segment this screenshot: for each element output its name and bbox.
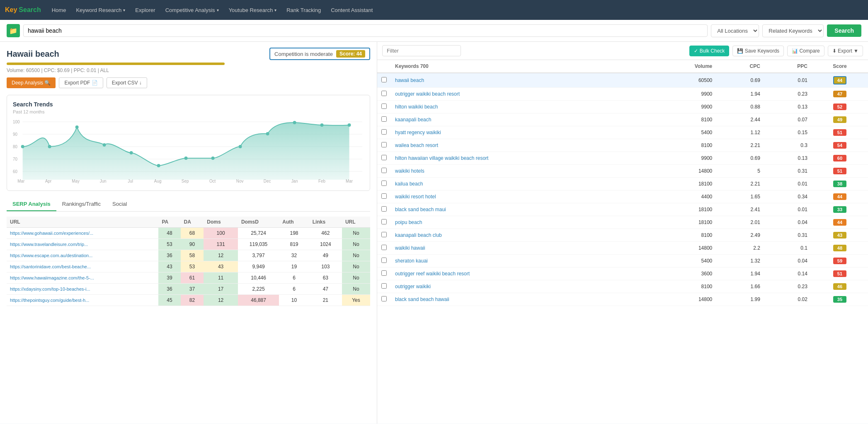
keyword-link[interactable]: wailea beach resort <box>395 142 438 148</box>
deep-analysis-button[interactable]: Deep Analysis 🔍 <box>7 77 56 88</box>
row-checkbox-cell[interactable] <box>377 73 391 88</box>
row-checkbox-cell[interactable] <box>377 216 391 229</box>
nav-home[interactable]: Home <box>48 5 70 16</box>
row-checkbox-cell[interactable] <box>377 255 391 267</box>
keyword-link-cell[interactable]: waikiki hotels <box>391 165 650 178</box>
keyword-link-cell[interactable]: kailua beach <box>391 178 650 190</box>
keyword-link-cell[interactable]: outrigger reef waikiki beach resort <box>391 267 650 280</box>
nav-explorer[interactable]: Explorer <box>131 5 159 16</box>
keyword-link-cell[interactable]: black sand beach maui <box>391 203 650 216</box>
row-checkbox-cell[interactable] <box>377 280 391 293</box>
nav-rank-tracking[interactable]: Rank Tracking <box>282 5 325 16</box>
row-checkbox[interactable] <box>381 129 387 135</box>
row-checkbox[interactable] <box>381 91 387 96</box>
filter-input[interactable] <box>382 45 461 56</box>
serp-url[interactable]: https://www.travelandleisure.com/trip... <box>7 239 158 250</box>
row-checkbox-cell[interactable] <box>377 178 391 190</box>
row-checkbox[interactable] <box>381 245 387 250</box>
keyword-link-cell[interactable]: wailea beach resort <box>391 139 650 152</box>
row-checkbox[interactable] <box>381 116 387 122</box>
serp-url[interactable]: https://www.escape.com.au/destination... <box>7 250 158 261</box>
keyword-link[interactable]: black sand beach hawaii <box>395 296 449 302</box>
serp-url[interactable]: https://santorinidave.com/best-beache... <box>7 261 158 272</box>
keyword-link-cell[interactable]: outrigger waikiki <box>391 280 650 293</box>
keyword-link[interactable]: kailua beach <box>395 181 423 187</box>
row-checkbox[interactable] <box>381 232 387 237</box>
keyword-link-cell[interactable]: hyatt regency waikiki <box>391 126 650 139</box>
row-checkbox-cell[interactable] <box>377 242 391 255</box>
keyword-link-cell[interactable]: waikiki hawaii <box>391 242 650 255</box>
row-checkbox-cell[interactable] <box>377 229 391 242</box>
row-checkbox[interactable] <box>381 142 387 147</box>
serp-url[interactable]: https://www.hawaiimagazine.com/the-5-... <box>7 272 158 284</box>
row-checkbox[interactable] <box>381 270 387 276</box>
nav-content-assistant[interactable]: Content Assistant <box>327 5 377 16</box>
row-checkbox-cell[interactable] <box>377 101 391 113</box>
row-checkbox-cell[interactable] <box>377 113 391 126</box>
row-checkbox[interactable] <box>381 104 387 109</box>
folder-button[interactable]: 📁 <box>7 24 20 37</box>
keyword-link[interactable]: waikiki hotels <box>395 168 424 174</box>
tab-social[interactable]: Social <box>107 198 133 211</box>
export-csv-button[interactable]: Export CSV ↓ <box>107 77 147 88</box>
keyword-type-select[interactable]: Related Keywords <box>762 24 824 37</box>
row-checkbox-cell[interactable] <box>377 152 391 165</box>
row-checkbox-cell[interactable] <box>377 88 391 101</box>
keyword-link[interactable]: hilton hawaiian village waikiki beach re… <box>395 155 488 161</box>
row-checkbox-cell[interactable] <box>377 139 391 152</box>
keyword-link[interactable]: hawaii beach <box>395 77 424 83</box>
keyword-link[interactable]: kaanapali beach club <box>395 232 442 238</box>
tab-serp-analysis[interactable]: SERP Analysis <box>7 198 56 211</box>
row-checkbox-cell[interactable] <box>377 267 391 280</box>
keyword-link[interactable]: hyatt regency waikiki <box>395 130 441 135</box>
row-checkbox[interactable] <box>381 296 387 301</box>
row-checkbox-cell[interactable] <box>377 203 391 216</box>
row-checkbox-cell[interactable] <box>377 293 391 306</box>
row-checkbox[interactable] <box>381 219 387 224</box>
row-checkbox[interactable] <box>381 283 387 289</box>
row-checkbox[interactable] <box>381 258 387 263</box>
keyword-link-cell[interactable]: kaanapali beach club <box>391 229 650 242</box>
nav-keyword-research[interactable]: Keyword Research ▾ <box>72 5 129 16</box>
serp-url[interactable]: https://thepointsguy.com/guide/best-h... <box>7 295 158 306</box>
keyword-link-cell[interactable]: black sand beach hawaii <box>391 293 650 306</box>
keyword-link[interactable]: outrigger waikiki beach resort <box>395 91 460 97</box>
nav-youtube-research[interactable]: Youtube Research ▾ <box>225 5 281 16</box>
keyword-link[interactable]: waikiki resort hotel <box>395 194 436 200</box>
keyword-link[interactable]: sheraton kauai <box>395 258 428 264</box>
save-keywords-button[interactable]: 💾 Save Keywords <box>732 46 784 56</box>
keyword-link-cell[interactable]: hilton hawaiian village waikiki beach re… <box>391 152 650 165</box>
search-button[interactable]: Search <box>827 24 861 37</box>
keyword-link[interactable]: outrigger reef waikiki beach resort <box>395 271 470 277</box>
row-checkbox[interactable] <box>381 206 387 212</box>
row-checkbox[interactable] <box>381 168 387 173</box>
keyword-link-cell[interactable]: outrigger waikiki beach resort <box>391 88 650 101</box>
serp-url[interactable]: https://xdaysiny.com/top-10-beaches-i... <box>7 284 158 295</box>
nav-competitive-analysis[interactable]: Competitive Analysis ▾ <box>161 5 223 16</box>
keyword-link[interactable]: kaanapali beach <box>395 117 431 123</box>
keyword-link[interactable]: outrigger waikiki <box>395 284 431 289</box>
keyword-link[interactable]: waikiki hawaii <box>395 245 425 251</box>
row-checkbox[interactable] <box>381 155 387 160</box>
row-checkbox[interactable] <box>381 181 387 186</box>
row-checkbox[interactable] <box>381 193 387 199</box>
export-button[interactable]: ⬇ Export ▼ <box>828 46 863 56</box>
keyword-link-cell[interactable]: hilton waikiki beach <box>391 101 650 113</box>
row-checkbox[interactable] <box>381 77 387 82</box>
keyword-link-cell[interactable]: hawaii beach <box>391 73 650 88</box>
bulk-check-button[interactable]: ✓ Bulk Check <box>689 46 729 56</box>
row-checkbox-cell[interactable] <box>377 126 391 139</box>
row-checkbox-cell[interactable] <box>377 165 391 178</box>
keyword-link-cell[interactable]: waikiki resort hotel <box>391 190 650 203</box>
keyword-link-cell[interactable]: poipu beach <box>391 216 650 229</box>
export-pdf-button[interactable]: Export PDF 📄 <box>59 77 103 88</box>
tab-rankings-traffic[interactable]: Rankings/Traffic <box>56 198 107 211</box>
serp-url[interactable]: https://www.gohawaii.com/experiences/... <box>7 228 158 239</box>
keyword-link[interactable]: poipu beach <box>395 219 422 225</box>
search-input[interactable] <box>23 24 708 37</box>
compare-button[interactable]: 📊 Compare <box>787 46 824 56</box>
keyword-link-cell[interactable]: kaanapali beach <box>391 113 650 126</box>
location-select[interactable]: All Locations <box>711 24 759 37</box>
keyword-link-cell[interactable]: sheraton kauai <box>391 255 650 267</box>
row-checkbox-cell[interactable] <box>377 190 391 203</box>
